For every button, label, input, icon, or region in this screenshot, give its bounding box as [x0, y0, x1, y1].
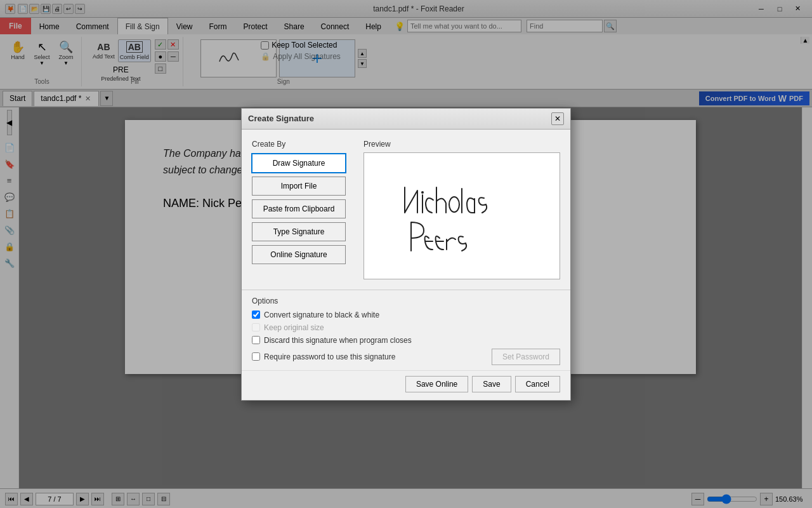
- create-by-section: Create By Draw Signature Import File Pas…: [252, 140, 353, 279]
- set-password-button[interactable]: Set Password: [492, 349, 560, 365]
- option-require-password: Require password to use this signature: [252, 352, 395, 361]
- password-row: Require password to use this signature S…: [252, 349, 560, 365]
- option-keep-size: Keep original size: [252, 323, 560, 332]
- save-online-button[interactable]: Save Online: [405, 376, 468, 392]
- modal-body: Create By Draw Signature Import File Pas…: [242, 130, 570, 290]
- convert-bw-label: Convert signature to black & white: [264, 311, 379, 319]
- type-signature-button[interactable]: Type Signature: [252, 222, 346, 241]
- modal-close-button[interactable]: ✕: [551, 112, 564, 125]
- online-signature-button[interactable]: Online Signature: [252, 245, 346, 264]
- draw-signature-button[interactable]: Draw Signature: [252, 154, 346, 173]
- preview-label: Preview: [363, 140, 560, 149]
- import-file-button[interactable]: Import File: [252, 177, 346, 196]
- svg-point-1: [449, 197, 459, 212]
- signature-drawing: [386, 156, 538, 276]
- option-discard: Discard this signature when program clos…: [252, 336, 560, 345]
- options-label: Options: [252, 297, 560, 305]
- modal-title: Create Signature: [248, 114, 314, 123]
- options-section: Options Convert signature to black & whi…: [242, 290, 570, 370]
- svg-point-0: [421, 191, 424, 194]
- require-password-checkbox[interactable]: [252, 352, 260, 361]
- option-convert-bw: Convert signature to black & white: [252, 311, 560, 319]
- preview-section: Preview: [363, 140, 560, 279]
- discard-label: Discard this signature when program clos…: [264, 336, 412, 345]
- modal-footer: Save Online Save Cancel: [242, 370, 570, 400]
- paste-from-clipboard-button[interactable]: Paste from Clipboard: [252, 199, 346, 218]
- modal-titlebar: Create Signature ✕: [242, 109, 570, 130]
- convert-bw-checkbox[interactable]: [252, 311, 260, 319]
- keep-size-checkbox[interactable]: [252, 323, 260, 331]
- require-password-label: Require password to use this signature: [264, 352, 395, 361]
- cancel-button[interactable]: Cancel: [515, 376, 560, 392]
- discard-checkbox[interactable]: [252, 336, 260, 344]
- create-by-label: Create By: [252, 140, 353, 149]
- create-signature-dialog: Create Signature ✕ Create By Draw Signat…: [241, 108, 571, 401]
- signature-preview-box: [363, 152, 560, 279]
- modal-overlay: Create Signature ✕ Create By Draw Signat…: [0, 0, 812, 508]
- keep-size-label: Keep original size: [264, 323, 324, 332]
- save-button[interactable]: Save: [472, 376, 511, 392]
